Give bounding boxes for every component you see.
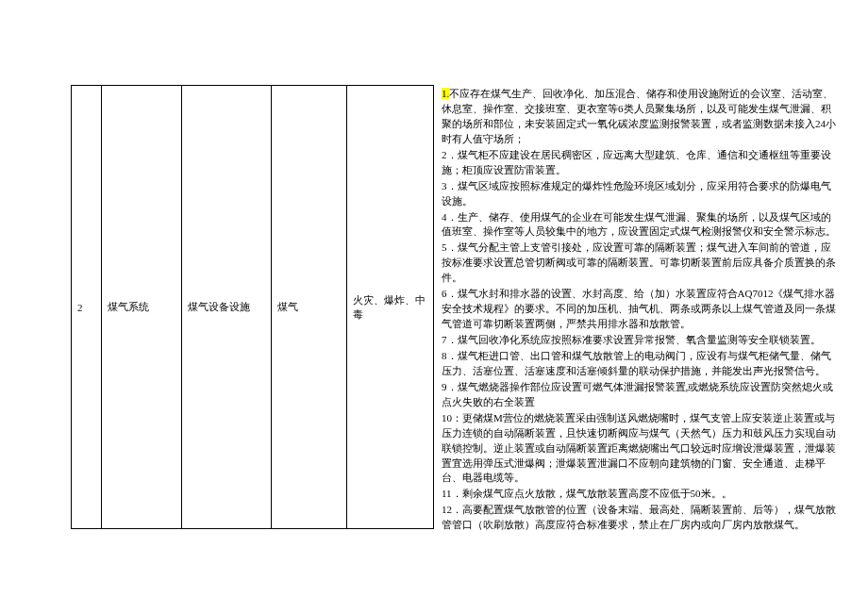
para-11: 11．剩余煤气应点火放散，煤气放散装置高度不应低于50米。。	[442, 487, 840, 502]
para-12: 12．高要配置煤气放散管的位置（设备末端、最高处、隔断装置前、后等），煤气放散管…	[442, 503, 840, 533]
para-3: 3．煤气区域应按照标准规定的爆炸性危险环境区域划分，应采用符合要求的防爆电气设施…	[442, 179, 840, 209]
para-1-rest: 不应存在煤气生产、回收净化、加压混合、储存和使用设施附近的会议室、活动室、休息室…	[442, 88, 836, 144]
page: 2 煤气系统 煤气设备设施 煤气 火灾、爆炸、中毒 1.不应存在煤气生产、回收净…	[0, 0, 868, 614]
spec-table: 2 煤气系统 煤气设备设施 煤气 火灾、爆炸、中毒	[71, 85, 434, 529]
cell-system: 煤气系统	[102, 86, 182, 529]
cell-index: 2	[72, 86, 102, 529]
cell-risk: 火灾、爆炸、中毒	[347, 86, 434, 529]
para-2: 2．煤气柜不应建设在居民稠密区，应远离大型建筑、仓库、通信和交通枢纽等重要设施；…	[442, 148, 840, 178]
para-9: 9．煤气燃烧器操作部位应设置可燃气体泄漏报警装置,或燃烧系统应设置防突然熄火或点…	[442, 380, 840, 410]
highlight-1: 1.	[442, 88, 449, 99]
para-6: 6．煤气水封和排水器的设置、水封高度、给（加）水装置应符合AQ7012《煤气排水…	[442, 287, 840, 332]
para-4: 4．生产、储存、使用煤气的企业在可能发生煤气泄漏、聚集的场所，以及煤气区域的值班…	[442, 210, 840, 241]
para-10: 10：更储煤M营位的燃烧装置采由强制送风燃烧嘴时，煤气支管上应安装逆止装置或与压…	[442, 411, 840, 487]
cell-hazard: 煤气	[272, 86, 347, 529]
content-column: 1.不应存在煤气生产、回收净化、加压混合、储存和使用设施附近的会议室、活动室、休…	[434, 0, 868, 614]
cell-equipment: 煤气设备设施	[182, 86, 272, 529]
para-7: 7．煤气回收净化系统应按照标准要求设置异常报警、氧含量监测等安全联锁装置。	[442, 333, 840, 348]
table-row: 2 煤气系统 煤气设备设施 煤气 火灾、爆炸、中毒	[72, 86, 434, 529]
para-5: 5．煤气分配主管上支管引接处，应设置可靠的隔断装置；煤气进入车间前的管道，应按标…	[442, 241, 840, 286]
para-1: 1.不应存在煤气生产、回收净化、加压混合、储存和使用设施附近的会议室、活动室、休…	[442, 87, 840, 147]
para-8: 8．煤气柜进口管、出口管和煤气放散管上的电动阀门，应设有与煤气柜储气量、储气压力…	[442, 349, 840, 379]
table-container: 2 煤气系统 煤气设备设施 煤气 火灾、爆炸、中毒	[0, 0, 434, 614]
